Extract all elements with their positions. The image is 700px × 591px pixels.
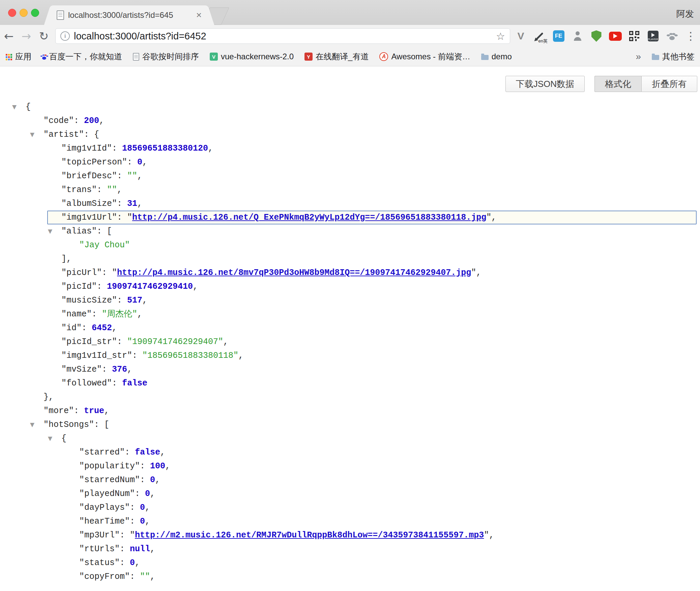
json-token: ""	[127, 171, 137, 181]
json-token: null	[130, 544, 150, 554]
json-token: 0	[137, 157, 142, 167]
json-token: "picUrl"	[61, 268, 102, 278]
json-line: "rtUrls": null,	[0, 542, 700, 556]
json-line: "status": 0,	[0, 556, 700, 570]
collapser-icon[interactable]: ▼	[30, 418, 34, 432]
browser-menu-icon[interactable]: ⋮	[683, 28, 698, 44]
json-token: "hotSongs"	[43, 420, 94, 430]
youdao-pen-icon[interactable]: en英	[532, 28, 547, 44]
json-line: "albumSize": 31,	[0, 197, 700, 211]
adblock-shield-icon[interactable]	[589, 28, 604, 44]
json-line: ▼"artist": {	[0, 128, 700, 142]
json-token: : [	[94, 420, 109, 430]
json-link[interactable]: http://p4.music.126.net/8mv7qP30Pd3oHW8b…	[117, 268, 471, 278]
json-token: :	[135, 489, 145, 499]
extensions-row: V en英 FE PLAYER ⋮	[514, 28, 698, 44]
json-token: "dayPlays"	[79, 503, 130, 512]
bookmark-vue-hackernews[interactable]: Vvue-hackernews-2.0	[210, 52, 294, 61]
minimize-window-button[interactable]	[20, 9, 28, 17]
json-line: "starred": false,	[0, 445, 700, 459]
json-token: ,	[160, 447, 165, 457]
page-icon	[57, 10, 64, 20]
youdao-badge: en英	[538, 38, 548, 44]
collapse-all-button[interactable]: 折叠所有	[641, 76, 697, 92]
tab-close-icon[interactable]: ×	[196, 10, 202, 20]
reload-icon[interactable]: ↻	[35, 29, 53, 43]
browser-tab[interactable]: localhost:3000/artists?id=645 ×	[51, 5, 207, 25]
browser-window: localhost:3000/artists?id=645 × 阿发 ← → ↻…	[0, 0, 700, 591]
profile-name[interactable]: 阿发	[676, 8, 694, 20]
url-text[interactable]: localhost:3000/artists?id=6452	[74, 31, 496, 42]
bookmark-star-icon[interactable]: ☆	[496, 30, 505, 42]
json-token: :	[117, 199, 127, 209]
json-line: "name": "周杰伦",	[0, 307, 700, 321]
bookmark-google-sort[interactable]: 谷歌按时间排序	[133, 51, 199, 62]
json-token: "alias"	[61, 226, 97, 236]
bookmark-demo-folder[interactable]: demo	[481, 52, 512, 61]
json-token: :	[82, 323, 92, 333]
other-bookmarks[interactable]: 其他书签	[652, 51, 695, 62]
folder-icon	[481, 55, 489, 60]
json-token: 31	[127, 199, 137, 209]
person-icon[interactable]	[570, 28, 585, 44]
json-token: :	[120, 530, 130, 540]
qrcode-icon[interactable]	[627, 28, 641, 44]
json-link[interactable]: http://p4.music.126.net/Q_ExePNkmqB2yWyL…	[132, 213, 486, 222]
json-line: "more": true,	[0, 404, 700, 418]
download-json-button[interactable]: 下载JSON数据	[505, 76, 585, 92]
json-token: :	[97, 185, 107, 195]
json-token: "more"	[43, 406, 74, 416]
collapser-icon[interactable]: ▼	[48, 224, 52, 238]
json-token: },	[43, 392, 54, 402]
json-line: "musicSize": 517,	[0, 293, 700, 307]
address-bar[interactable]: i localhost:3000/artists?id=6452 ☆	[55, 28, 510, 44]
close-window-button[interactable]	[8, 9, 16, 17]
collapser-icon[interactable]: ▼	[48, 432, 52, 445]
json-token: "18569651883380118"	[142, 351, 238, 361]
bookmark-baidu[interactable]: 百度一下，你就知道	[42, 51, 122, 62]
maximize-window-button[interactable]	[31, 9, 39, 17]
bookmark-awesomes[interactable]: AAwesomes - 前端资…	[379, 51, 470, 62]
bookmarks-overflow-icon[interactable]: »	[636, 51, 641, 62]
json-line: },	[0, 390, 700, 404]
json-token: "img1v1Id"	[61, 144, 112, 153]
json-line: "mvSize": 376,	[0, 363, 700, 376]
json-token: "picId_str"	[61, 337, 117, 347]
json-token: ,	[150, 572, 155, 582]
json-token: "name"	[61, 309, 92, 319]
json-token: ,	[150, 544, 155, 554]
collapser-icon[interactable]: ▼	[30, 128, 34, 142]
youtube-icon[interactable]	[608, 28, 622, 44]
json-line: "mp3Url": "http://m2.music.126.net/RMJR7…	[0, 528, 700, 542]
json-token: 200	[84, 116, 99, 126]
collapser-icon[interactable]: ▼	[12, 100, 17, 114]
json-line: "followed": false	[0, 376, 700, 390]
bookmark-apps[interactable]: 应用	[5, 51, 31, 62]
json-token: :	[117, 171, 127, 181]
format-button[interactable]: 格式化	[594, 76, 641, 92]
json-token: 0	[140, 503, 145, 512]
json-token: ,	[137, 171, 142, 181]
json-link[interactable]: http://m2.music.126.net/RMJR7wDullRqppBk…	[135, 530, 484, 540]
vimium-icon[interactable]: V	[514, 28, 528, 44]
json-token: 6452	[92, 323, 112, 333]
json-token: :	[117, 296, 127, 305]
json-token: 0	[145, 489, 150, 499]
back-icon[interactable]: ←	[0, 29, 18, 43]
bookmark-label: 百度一下，你就知道	[49, 51, 122, 62]
json-token: true	[84, 406, 104, 416]
fe-extension-icon[interactable]: FE	[551, 28, 566, 44]
bookmark-youdao-translate[interactable]: Y在线翻译_有道	[304, 51, 369, 62]
json-token: :	[130, 503, 140, 512]
youtube-glyph	[609, 32, 622, 41]
vue-icon: V	[210, 53, 218, 61]
json-token: "id"	[61, 323, 82, 333]
json-token: :	[102, 365, 112, 374]
player-icon[interactable]: PLAYER	[646, 28, 660, 44]
bookmark-label: 应用	[15, 51, 31, 62]
paw-icon[interactable]	[665, 28, 679, 44]
qrcode-glyph	[629, 31, 639, 41]
json-line: ],	[0, 252, 700, 266]
site-info-icon[interactable]: i	[60, 31, 70, 41]
baidu-paw-icon	[42, 57, 46, 60]
